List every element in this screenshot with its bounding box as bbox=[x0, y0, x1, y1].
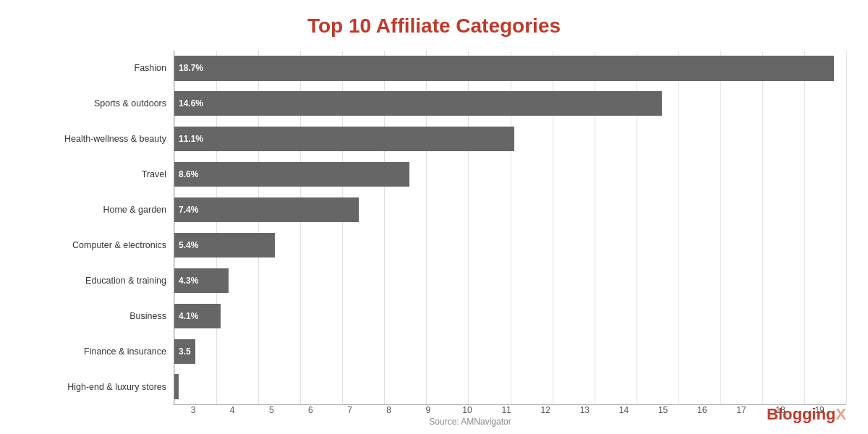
bar: 5.4% bbox=[174, 233, 275, 258]
bar-row bbox=[174, 369, 846, 404]
x-tick: 12 bbox=[526, 405, 565, 415]
bar-value-label: 4.3% bbox=[174, 276, 198, 286]
bar: 3.5 bbox=[174, 339, 195, 364]
bar: 4.1% bbox=[174, 304, 221, 328]
x-tick: 11 bbox=[487, 405, 526, 415]
chart-title: Top 10 Affiliate Categories bbox=[307, 14, 561, 38]
y-label: Computer & electronics bbox=[72, 228, 166, 263]
y-label: Travel bbox=[142, 157, 166, 192]
x-tick: 16 bbox=[683, 405, 722, 415]
x-tick: 15 bbox=[644, 405, 683, 415]
bar: 11.1% bbox=[174, 127, 514, 151]
x-axis: 345678910111213141516171819 bbox=[22, 405, 846, 415]
grid-line bbox=[846, 51, 847, 404]
bar-row: 3.5 bbox=[174, 333, 846, 369]
x-tick: 17 bbox=[722, 405, 761, 415]
y-label: Education & training bbox=[85, 263, 166, 299]
bar-value-label: 7.4% bbox=[174, 205, 198, 215]
bar-value-label: 18.7% bbox=[174, 63, 203, 73]
bar-row: 14.6% bbox=[174, 86, 846, 122]
bar-value-label: 4.1% bbox=[174, 311, 198, 321]
branding-x: X bbox=[835, 405, 846, 423]
bar-value-label: 11.1% bbox=[174, 134, 203, 144]
bar-row: 5.4% bbox=[174, 228, 846, 263]
bar-row: 8.6% bbox=[174, 157, 846, 192]
bar-row: 4.3% bbox=[174, 263, 846, 298]
y-labels: FashionSports & outdoorsHealth-wellness … bbox=[22, 51, 174, 405]
bar: 4.3% bbox=[174, 268, 229, 293]
x-tick: 10 bbox=[448, 405, 487, 415]
chart-area: FashionSports & outdoorsHealth-wellness … bbox=[22, 51, 846, 405]
footer: Source: AMNavigator bbox=[22, 415, 846, 427]
x-tick: 13 bbox=[565, 405, 604, 415]
x-tick: 14 bbox=[604, 405, 643, 415]
x-tick: 3 bbox=[174, 405, 213, 415]
y-label: Fashion bbox=[135, 51, 166, 86]
bar-row: 7.4% bbox=[174, 192, 846, 228]
bar: 14.6% bbox=[174, 91, 662, 116]
source-label: Source: AMNavigator bbox=[22, 417, 846, 427]
y-label: High-end & luxury stores bbox=[67, 370, 166, 405]
bar-row: 18.7% bbox=[174, 51, 846, 86]
bar bbox=[174, 374, 179, 399]
bar-value-label: 14.6% bbox=[174, 98, 203, 109]
x-tick: 6 bbox=[291, 405, 330, 415]
y-label: Business bbox=[129, 299, 166, 334]
bar: 7.4% bbox=[174, 197, 359, 222]
x-tick: 4 bbox=[213, 405, 252, 415]
bar: 8.6% bbox=[174, 162, 409, 187]
y-label: Health-wellness & beauty bbox=[64, 122, 166, 157]
y-label: Sports & outdoors bbox=[94, 86, 166, 122]
x-tick: 8 bbox=[370, 405, 409, 415]
bar-row: 4.1% bbox=[174, 298, 846, 333]
x-tick: 5 bbox=[252, 405, 291, 415]
x-tick: 9 bbox=[409, 405, 448, 415]
bar-value-label: 3.5 bbox=[174, 346, 191, 357]
y-label: Finance & insurance bbox=[84, 334, 166, 370]
branding: BloggingX bbox=[767, 405, 846, 424]
bar-value-label: 8.6% bbox=[174, 169, 198, 179]
bar-value-label: 5.4% bbox=[174, 240, 198, 250]
x-tick: 7 bbox=[331, 405, 370, 415]
bar-row: 11.1% bbox=[174, 122, 846, 157]
y-label: Home & garden bbox=[103, 192, 166, 228]
bar: 18.7% bbox=[174, 56, 834, 80]
bars-area: 18.7%14.6%11.1%8.6%7.4%5.4%4.3%4.1%3.5 bbox=[174, 51, 846, 405]
branding-blog: Blogging bbox=[767, 405, 835, 423]
